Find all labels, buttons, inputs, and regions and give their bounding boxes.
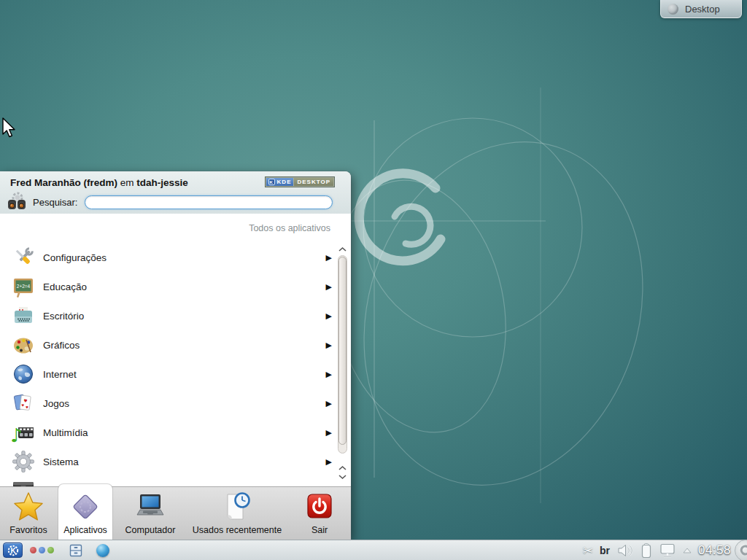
- kickoff-tab-bar: Favoritos Aplicativos Computador: [0, 486, 351, 540]
- plasma-icon: [667, 4, 678, 15]
- category-multimidia[interactable]: ♪ Multimídia ▶: [0, 418, 351, 447]
- tray-expander-icon[interactable]: [683, 548, 692, 553]
- category-utilitarios[interactable]: Utilitários ▶: [0, 476, 351, 486]
- submenu-arrow-icon: ▶: [326, 428, 332, 438]
- tab-favoritos[interactable]: Favoritos: [0, 487, 57, 540]
- tab-usados-recentemente[interactable]: Usados recentemente: [188, 487, 286, 540]
- bottom-panel: K ✂ br: [0, 540, 747, 560]
- category-label: Sistema: [43, 456, 79, 467]
- star-icon: [12, 491, 44, 523]
- breadcrumb[interactable]: Todos os aplicativos: [0, 214, 351, 243]
- playing-cards-icon: ♥ ♥ ♥: [12, 392, 35, 415]
- connector-text: em: [117, 177, 136, 188]
- tab-label: Aplicativos: [58, 525, 112, 535]
- battery-icon[interactable]: [640, 542, 652, 559]
- submenu-arrow-icon: ▶: [326, 311, 332, 321]
- kde-gear-mini-icon: K: [268, 179, 275, 185]
- blue-ball-widget[interactable]: [96, 544, 109, 557]
- multimedia-icon: ♪: [12, 421, 35, 444]
- recent-docs-icon: [221, 491, 253, 523]
- tab-aplicativos[interactable]: Aplicativos: [58, 484, 112, 540]
- user-name: Fred Maranhão (fredm): [10, 177, 117, 188]
- submenu-arrow-icon: ▶: [326, 399, 332, 408]
- tab-sair[interactable]: Sair: [289, 487, 350, 540]
- scroll-down-icon[interactable]: [337, 473, 348, 481]
- red-dot-icon: [30, 547, 36, 553]
- kickoff-launcher-menu: Fred Maranhão (fredm) em tdah-jessie KKD…: [0, 171, 351, 540]
- folder-view-title: Desktop: [685, 4, 720, 15]
- application-category-list: Todos os aplicativos Configurações ▶: [0, 214, 351, 486]
- submenu-arrow-icon: ▶: [326, 457, 332, 467]
- digital-clock[interactable]: 04:58: [698, 543, 731, 558]
- gear-icon: [12, 450, 35, 473]
- scroll-up-icon[interactable]: [337, 246, 348, 253]
- tab-label: Favoritos: [0, 525, 57, 535]
- palette-icon: [12, 333, 35, 357]
- badge-desktop-text: DESKTOP: [294, 178, 333, 186]
- green-dot-icon: [47, 547, 54, 553]
- tab-computador[interactable]: Computador: [114, 487, 187, 540]
- svg-text:♥: ♥: [23, 398, 28, 404]
- svg-text:♥: ♥: [26, 405, 29, 409]
- drawer-icon: [12, 479, 35, 486]
- klipper-scissors-icon[interactable]: ✂: [583, 543, 593, 558]
- tools-icon: [12, 246, 35, 269]
- category-graficos[interactable]: Gráficos ▶: [0, 330, 351, 359]
- submenu-arrow-icon: ▶: [326, 282, 332, 292]
- keyboard-layout-indicator[interactable]: br: [600, 545, 610, 556]
- category-internet[interactable]: Internet ▶: [0, 359, 351, 389]
- kde-gear-logo-icon: K: [7, 544, 20, 557]
- category-label: Escritório: [43, 311, 84, 322]
- category-educacao[interactable]: 2+2=4 Educação ▶: [0, 272, 351, 301]
- chalkboard-icon: 2+2=4: [12, 275, 35, 298]
- category-escritorio[interactable]: Escritório ▶: [0, 301, 351, 330]
- search-input[interactable]: [85, 195, 333, 209]
- kde-diamond-icon: [69, 491, 101, 523]
- laptop-icon: [134, 491, 166, 523]
- globe-icon: [12, 362, 35, 386]
- svg-text:K: K: [10, 547, 16, 555]
- tab-label: Usados recentemente: [188, 525, 286, 535]
- svg-text:♥: ♥: [21, 403, 25, 407]
- kickoff-launcher-button[interactable]: K: [3, 542, 23, 558]
- submenu-arrow-icon: ▶: [326, 341, 332, 350]
- host-name: tdah-jessie: [136, 177, 188, 188]
- category-sistema[interactable]: Sistema ▶: [0, 447, 351, 476]
- blue-dot-icon: [39, 547, 45, 553]
- kickoff-header: Fred Maranhão (fredm) em tdah-jessie KKD…: [0, 171, 351, 214]
- volume-icon[interactable]: [616, 543, 634, 558]
- category-label: Gráficos: [43, 340, 80, 351]
- category-configuracoes[interactable]: Configurações ▶: [0, 243, 351, 272]
- svg-text:2+2=4: 2+2=4: [17, 284, 31, 289]
- search-label: Pesquisar:: [33, 197, 77, 208]
- tab-label: Computador: [114, 525, 187, 535]
- activity-manager-button[interactable]: [30, 547, 54, 553]
- category-label: Educação: [43, 281, 87, 292]
- svg-text:♪: ♪: [12, 424, 23, 444]
- category-jogos[interactable]: ♥ ♥ ♥ Jogos ▶: [0, 389, 351, 418]
- category-label: Jogos: [43, 398, 69, 409]
- submenu-arrow-icon: ▶: [326, 370, 332, 379]
- plasma-swirl-icon: [740, 545, 747, 556]
- mouse-cursor: [1, 117, 18, 139]
- scroll-up-icon-bottom[interactable]: [337, 464, 348, 472]
- badge-kde-text: KDE: [277, 179, 292, 185]
- category-label: Configurações: [43, 252, 107, 263]
- category-label: Multimídia: [43, 427, 88, 438]
- submenu-arrow-icon: ▶: [326, 253, 332, 262]
- typewriter-icon: [12, 304, 35, 327]
- kde-desktop-badge: KKDE DESKTOP: [265, 176, 335, 187]
- debian-swirl: [359, 174, 441, 261]
- display-icon[interactable]: [659, 542, 676, 559]
- file-cabinet-icon[interactable]: [69, 543, 83, 558]
- category-label: Internet: [43, 369, 77, 380]
- scrollbar-track[interactable]: [338, 255, 347, 454]
- folder-view-widget-header[interactable]: Desktop: [660, 0, 742, 18]
- power-icon: [303, 491, 336, 523]
- search-binoculars-icon: [6, 191, 28, 213]
- scrollbar-thumb[interactable]: [338, 257, 347, 445]
- tab-label: Sair: [289, 525, 350, 535]
- list-scrollbar[interactable]: [337, 246, 348, 481]
